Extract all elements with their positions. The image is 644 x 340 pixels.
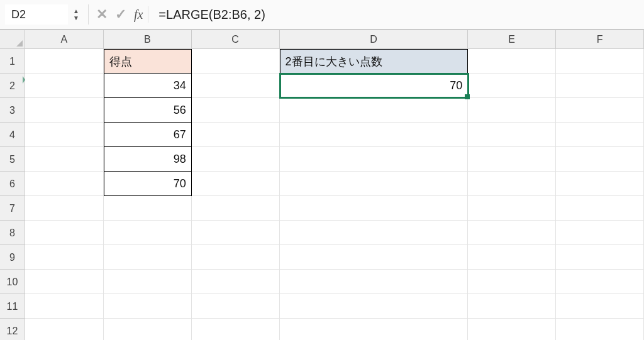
cell-A4[interactable]	[25, 123, 104, 147]
cell-A3[interactable]	[25, 98, 104, 123]
cell-E7[interactable]	[468, 196, 556, 221]
col-header-B[interactable]: B	[104, 30, 192, 49]
cell-D9[interactable]	[280, 245, 469, 270]
cell-F3[interactable]	[556, 98, 644, 123]
cell-B2[interactable]: 34	[104, 74, 192, 98]
cell-A12[interactable]	[25, 319, 104, 340]
cell-C6[interactable]	[192, 172, 280, 196]
cell-E8[interactable]	[468, 221, 556, 245]
cell-A6[interactable]	[25, 172, 104, 196]
cell-F5[interactable]	[556, 147, 644, 172]
spreadsheet-grid[interactable]: A B C D E F 1 得点 2番目に大きい点数 2 34 70	[0, 30, 644, 340]
cell-C11[interactable]	[192, 294, 280, 319]
cell-B1[interactable]: 得点	[104, 49, 192, 74]
col-header-A[interactable]: A	[25, 30, 104, 49]
cell-A2[interactable]	[25, 74, 104, 98]
cell-F12[interactable]	[556, 319, 644, 340]
row-header-4[interactable]: 4	[0, 123, 25, 147]
cell-F4[interactable]	[556, 123, 644, 147]
cell-D4[interactable]	[280, 123, 469, 147]
row-header-11[interactable]: 11	[0, 294, 25, 319]
cell-C5[interactable]	[192, 147, 280, 172]
cell-B7[interactable]	[104, 196, 192, 221]
cancel-icon[interactable]: ✕	[96, 6, 108, 23]
cell-E6[interactable]	[468, 172, 556, 196]
cell-E4[interactable]	[468, 123, 556, 147]
cell-B9[interactable]	[104, 245, 192, 270]
cell-C8[interactable]	[192, 221, 280, 245]
cell-C1[interactable]	[192, 49, 280, 74]
cell-F10[interactable]	[556, 270, 644, 294]
cell-A9[interactable]	[25, 245, 104, 270]
row-header-2[interactable]: 2	[0, 74, 25, 98]
cell-B3[interactable]: 56	[104, 98, 192, 123]
cell-A10[interactable]	[25, 270, 104, 294]
cell-E9[interactable]	[468, 245, 556, 270]
cell-B11[interactable]	[104, 294, 192, 319]
cell-B8[interactable]	[104, 221, 192, 245]
cell-E12[interactable]	[468, 319, 556, 340]
cell-D5[interactable]	[280, 147, 469, 172]
row-header-10[interactable]: 10	[0, 270, 25, 294]
cell-D12[interactable]	[280, 319, 469, 340]
cell-C10[interactable]	[192, 270, 280, 294]
cell-B6[interactable]: 70	[104, 172, 192, 196]
row-header-3[interactable]: 3	[0, 98, 25, 123]
select-all-corner[interactable]	[0, 30, 25, 49]
cell-E5[interactable]	[468, 147, 556, 172]
cell-A5[interactable]	[25, 147, 104, 172]
col-header-D[interactable]: D	[280, 30, 469, 49]
cell-D6[interactable]	[280, 172, 469, 196]
cell-B10[interactable]	[104, 270, 192, 294]
cell-E10[interactable]	[468, 270, 556, 294]
cell-C3[interactable]	[192, 98, 280, 123]
row-header-9[interactable]: 9	[0, 245, 25, 270]
row-header-7[interactable]: 7	[0, 196, 25, 221]
cell-F1[interactable]	[556, 49, 644, 74]
cell-E3[interactable]	[468, 98, 556, 123]
name-box-spinner[interactable]: ▲ ▼	[70, 8, 82, 21]
cell-C9[interactable]	[192, 245, 280, 270]
cell-D3[interactable]	[280, 98, 469, 123]
cell-A11[interactable]	[25, 294, 104, 319]
col-header-C[interactable]: C	[192, 30, 280, 49]
confirm-icon[interactable]: ✓	[115, 6, 126, 23]
cell-C7[interactable]	[192, 196, 280, 221]
cell-A1[interactable]	[25, 49, 104, 74]
chevron-up-icon[interactable]: ▲	[73, 8, 79, 14]
cell-B5[interactable]: 98	[104, 147, 192, 172]
row-header-1[interactable]: 1	[0, 49, 25, 74]
cell-C2[interactable]	[192, 74, 280, 98]
cell-F7[interactable]	[556, 196, 644, 221]
name-box[interactable]: D2	[5, 4, 68, 25]
col-header-F[interactable]: F	[556, 30, 644, 49]
cell-E2[interactable]	[468, 74, 556, 98]
cell-A7[interactable]	[25, 196, 104, 221]
cell-F8[interactable]	[556, 221, 644, 245]
cell-D7[interactable]	[280, 196, 469, 221]
cell-F2[interactable]	[556, 74, 644, 98]
cell-D8[interactable]	[280, 221, 469, 245]
cell-F6[interactable]	[556, 172, 644, 196]
fx-icon[interactable]: fx	[134, 8, 143, 22]
cell-B12[interactable]	[104, 319, 192, 340]
cell-C12[interactable]	[192, 319, 280, 340]
row-header-5[interactable]: 5	[0, 147, 25, 172]
row-header-12[interactable]: 12	[0, 319, 25, 340]
cell-C4[interactable]	[192, 123, 280, 147]
chevron-down-icon[interactable]: ▼	[73, 15, 79, 21]
cell-A8[interactable]	[25, 221, 104, 245]
cell-F11[interactable]	[556, 294, 644, 319]
formula-input[interactable]	[153, 4, 639, 25]
cell-D11[interactable]	[280, 294, 469, 319]
cell-E11[interactable]	[468, 294, 556, 319]
cell-F9[interactable]	[556, 245, 644, 270]
cell-D1[interactable]: 2番目に大きい点数	[280, 49, 469, 74]
cell-D10[interactable]	[280, 270, 469, 294]
row-header-8[interactable]: 8	[0, 221, 25, 245]
cell-B4[interactable]: 67	[104, 123, 192, 147]
row-header-6[interactable]: 6	[0, 172, 25, 196]
col-header-E[interactable]: E	[468, 30, 556, 49]
cell-D2[interactable]: 70	[280, 74, 469, 98]
cell-E1[interactable]	[468, 49, 556, 74]
